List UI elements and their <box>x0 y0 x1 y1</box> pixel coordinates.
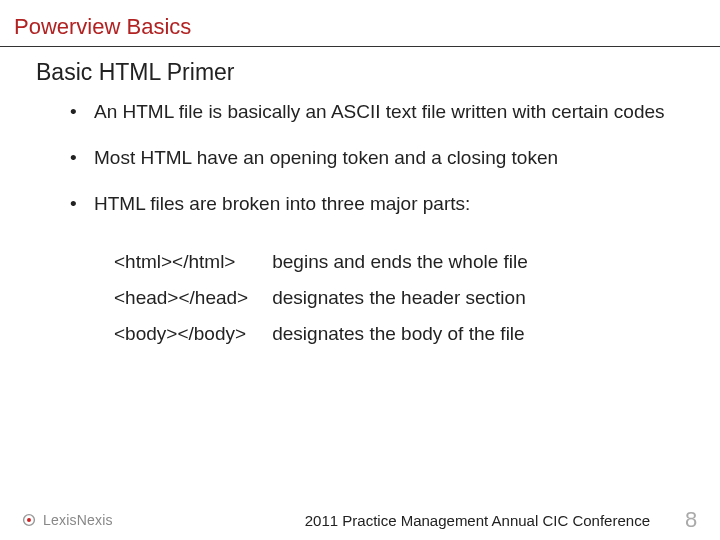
bullet-list: An HTML file is basically an ASCII text … <box>0 100 720 215</box>
list-item: Most HTML have an opening token and a cl… <box>70 146 670 170</box>
footer-conference: 2011 Practice Management Annual CIC Conf… <box>113 512 680 529</box>
desc-cell: designates the header section <box>272 287 528 309</box>
list-item: An HTML file is basically an ASCII text … <box>70 100 670 124</box>
desc-cell: begins and ends the whole file <box>272 251 528 273</box>
list-item: HTML files are broken into three major p… <box>70 192 670 216</box>
tag-cell: <body></body> <box>114 323 272 345</box>
desc-cell: designates the body of the file <box>272 323 528 345</box>
logo: LexisNexis <box>20 511 113 529</box>
svg-point-1 <box>27 518 31 522</box>
table-row: <head></head> designates the header sect… <box>114 287 528 309</box>
slide-subtitle: Basic HTML Primer <box>0 47 720 100</box>
table-row: <html></html> begins and ends the whole … <box>114 251 528 273</box>
footer: LexisNexis 2011 Practice Management Annu… <box>0 500 720 540</box>
tag-cell: <html></html> <box>114 251 272 273</box>
logo-icon <box>20 511 38 529</box>
table-row: <body></body> designates the body of the… <box>114 323 528 345</box>
page-number: 8 <box>680 507 720 533</box>
tag-cell: <head></head> <box>114 287 272 309</box>
page-title: Powerview Basics <box>0 0 720 46</box>
tag-table: <html></html> begins and ends the whole … <box>114 237 528 359</box>
logo-text: LexisNexis <box>43 512 113 528</box>
